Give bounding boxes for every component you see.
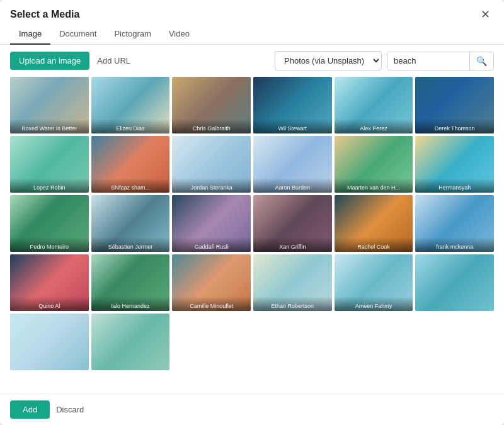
grid-item[interactable] [415, 254, 494, 311]
photo-caption: Ameen Fahmy [335, 297, 413, 311]
photo-caption: Jordan Steranka [172, 178, 251, 193]
photo-caption: Lopez Robin [10, 178, 89, 193]
grid-item[interactable] [91, 314, 170, 370]
tab-document[interactable]: Document [50, 24, 105, 45]
search-box: 🔍 [387, 52, 494, 71]
photo-caption: frank mckenna [415, 237, 494, 252]
grid-item[interactable]: Pedro Monteiro [10, 195, 89, 252]
grid-item[interactable]: Maarten van den H... [335, 136, 413, 193]
grid-item[interactable]: Hermansyah [415, 136, 494, 193]
modal-title: Select a Media [10, 9, 79, 20]
grid-item[interactable]: Gaddafi Rusli [172, 195, 251, 252]
grid-item[interactable]: Derek Thomson [415, 77, 494, 133]
grid-item[interactable]: Ameen Fahmy [335, 254, 413, 311]
photo-caption: Shifaaz sham... [91, 178, 170, 193]
grid-item[interactable]: Lopez Robin [10, 136, 89, 193]
photo-caption: Wil Stewart [253, 119, 332, 133]
tab-image[interactable]: Image [10, 24, 50, 45]
grid-item[interactable]: Elizeu Dias [91, 77, 170, 133]
grid-item[interactable]: Boxed Water Is Better [10, 77, 89, 133]
grid-item[interactable]: Alex Perez [335, 77, 413, 133]
search-input[interactable] [387, 52, 469, 69]
media-modal: Select a Media ✕ ImageDocumentPictogramV… [0, 0, 504, 425]
toolbar: Upload an image Add URL Photos (via Unsp… [0, 45, 504, 77]
add-button[interactable]: Add [10, 400, 50, 419]
photo-caption: Elizeu Dias [91, 119, 170, 133]
grid-item[interactable]: Aaron Burden [253, 136, 332, 193]
photo-caption: Xan Griffin [253, 237, 332, 252]
photo-caption: Hermansyah [415, 178, 494, 193]
photo-caption: Aaron Burden [253, 178, 332, 193]
grid-item[interactable] [10, 314, 89, 370]
grid-item[interactable]: Wil Stewart [253, 77, 332, 133]
photo-thumbnail [10, 314, 89, 370]
photo-caption: Chris Galbraith [172, 119, 251, 133]
add-url-link[interactable]: Add URL [97, 56, 130, 65]
photo-caption: Derek Thomson [415, 119, 494, 133]
source-select[interactable]: Photos (via Unsplash)My Files [275, 51, 382, 71]
photo-caption: Rachel Cook [335, 237, 413, 252]
photo-thumbnail [415, 254, 494, 311]
modal-header: Select a Media ✕ [0, 0, 504, 21]
tab-video[interactable]: Video [160, 24, 198, 45]
photo-caption: Maarten van den H... [335, 178, 413, 193]
grid-item[interactable]: Chris Galbraith [172, 77, 251, 133]
grid-item[interactable]: Shifaaz sham... [91, 136, 170, 193]
search-button[interactable]: 🔍 [469, 52, 493, 70]
toolbar-right: Photos (via Unsplash)My Files 🔍 [275, 51, 494, 71]
photo-caption: Ethan Robertson [253, 297, 332, 311]
upload-button[interactable]: Upload an image [10, 52, 89, 70]
grid-item[interactable]: Ialo Hernandez [91, 254, 170, 311]
photo-caption: Gaddafi Rusli [172, 237, 251, 252]
tab-pictogram[interactable]: Pictogram [105, 24, 160, 45]
modal-footer: Add Discard [0, 394, 504, 425]
photo-caption: Quino Al [10, 297, 89, 311]
photo-caption: Pedro Monteiro [10, 237, 89, 252]
grid-item[interactable]: Xan Griffin [253, 195, 332, 252]
grid-item[interactable]: Rachel Cook [335, 195, 413, 252]
photo-caption: Sébastien Jermer [91, 237, 170, 252]
close-button[interactable]: ✕ [477, 8, 494, 21]
grid-item[interactable]: Sébastien Jermer [91, 195, 170, 252]
photo-caption: Alex Perez [335, 119, 413, 133]
grid-item[interactable]: Camille Minouflet [172, 254, 251, 311]
grid-item[interactable]: Quino Al [10, 254, 89, 311]
discard-button[interactable]: Discard [56, 405, 84, 414]
toolbar-left: Upload an image Add URL [10, 52, 130, 70]
grid-item[interactable]: Ethan Robertson [253, 254, 332, 311]
photo-caption: Ialo Hernandez [91, 297, 170, 311]
photo-caption: Boxed Water Is Better [10, 119, 89, 133]
tab-bar: ImageDocumentPictogramVideo [0, 24, 504, 45]
grid-item[interactable]: frank mckenna [415, 195, 494, 252]
photo-grid-container: Boxed Water Is BetterElizeu DiasChris Ga… [0, 77, 504, 394]
photo-grid: Boxed Water Is BetterElizeu DiasChris Ga… [10, 77, 494, 370]
grid-item[interactable]: Jordan Steranka [172, 136, 251, 193]
photo-caption: Camille Minouflet [172, 297, 251, 311]
photo-thumbnail [91, 314, 170, 370]
